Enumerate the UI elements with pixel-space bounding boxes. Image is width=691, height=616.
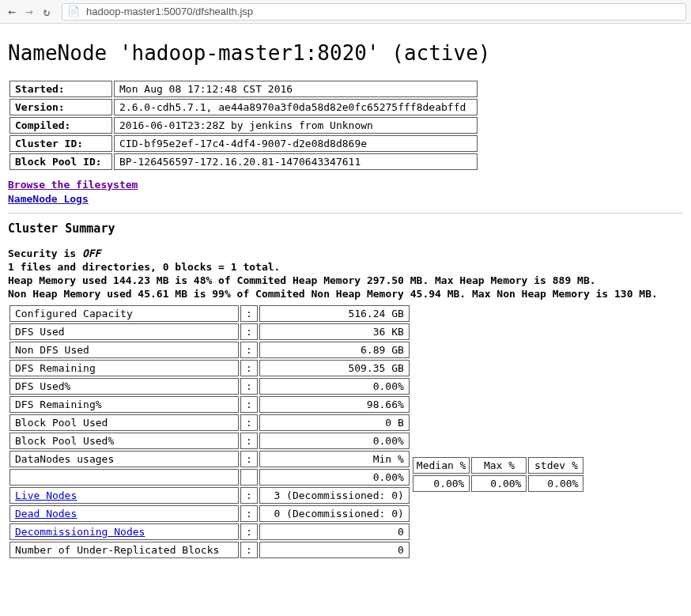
page-title: NameNode 'hadoop-master1:8020' (active) — [8, 41, 683, 65]
cell-value: Min % — [259, 451, 410, 467]
meta-key: Block Pool ID: — [9, 153, 112, 170]
cell-label: Block Pool Used% — [9, 433, 239, 449]
heap-line: Heap Memory used 144.23 MB is 48% of Com… — [8, 274, 596, 286]
usage-max: 0.00% — [471, 475, 527, 492]
cell-value: 0 B — [259, 414, 410, 431]
page-icon: 📄 — [67, 6, 80, 17]
cell-label — [9, 469, 239, 486]
meta-val: BP-126456597-172.16.20.81-1470643347611 — [114, 153, 478, 170]
row-datanodes-usages: DataNodes usages:Min % — [9, 451, 410, 467]
meta-key: Cluster ID: — [9, 135, 112, 152]
meta-val: 2016-06-01T23:28Z by jenkins from Unknow… — [114, 117, 478, 134]
meta-key: Version: — [9, 99, 112, 115]
cell-label: Block Pool Used — [9, 414, 239, 431]
cell-label: DFS Used% — [9, 378, 239, 395]
reload-icon[interactable]: ↻ — [40, 5, 54, 19]
cluster-summary-heading: Cluster Summary — [8, 221, 683, 236]
cell-value: 98.66% — [259, 396, 410, 413]
cell-colon: : — [240, 487, 258, 504]
cell-value: 36 KB — [259, 323, 410, 340]
cell-colon: : — [240, 505, 258, 522]
row-dfs-used: DFS Used:36 KB — [9, 323, 410, 340]
cell-value: 509.35 GB — [259, 360, 410, 376]
browser-toolbar: ← → ↻ 📄 — [0, 0, 691, 24]
cell-colon: : — [240, 323, 258, 340]
cell-value: 0 — [259, 542, 410, 558]
cell-colon: : — [240, 433, 258, 449]
cell-value: 0 — [259, 523, 410, 540]
cell-value: 0.00% — [259, 433, 410, 449]
divider — [8, 213, 683, 214]
row-block-pool-used-pct: Block Pool Used%:0.00% — [9, 433, 410, 449]
url-input[interactable] — [85, 5, 681, 18]
cell-value: 0.00% — [259, 378, 410, 395]
usage-stats-table: Median % Max % stdev % 0.00% 0.00% 0.00% — [411, 455, 586, 493]
meta-key: Started: — [9, 81, 112, 97]
row-usage-values: 0.00% — [9, 469, 410, 486]
cell-label: DFS Remaining — [9, 360, 239, 376]
cell-value: 3 (Decommissioned: 0) — [259, 487, 410, 504]
row-under-replicated: Number of Under-Replicated Blocks:0 — [9, 542, 410, 558]
cell-label: Live Nodes — [9, 487, 239, 504]
cell-label: DFS Used — [9, 323, 239, 340]
cell-colon: : — [240, 414, 258, 431]
meta-val: Mon Aug 08 17:12:48 CST 2016 — [114, 81, 478, 97]
cell-colon: : — [240, 542, 258, 558]
back-icon[interactable]: ← — [5, 4, 19, 19]
address-bar[interactable]: 📄 — [62, 3, 686, 21]
meta-row-compiled: Compiled: 2016-06-01T23:28Z by jenkins f… — [9, 117, 478, 134]
cell-colon: : — [240, 523, 258, 540]
cell-value: 0 (Decommissioned: 0) — [259, 505, 410, 522]
nonheap-line: Non Heap Memory used 45.61 MB is 99% of … — [8, 288, 658, 300]
meta-val: CID-bf95e2ef-17c4-4df4-9007-d2e08d8d869e — [114, 135, 478, 152]
row-configured-capacity: Configured Capacity:516.24 GB — [9, 305, 410, 322]
meta-table: Started: Mon Aug 08 17:12:48 CST 2016 Ve… — [8, 79, 479, 172]
row-non-dfs-used: Non DFS Used:6.89 GB — [9, 342, 410, 358]
forward-icon: → — [22, 4, 36, 19]
cell-colon: : — [240, 305, 258, 322]
decommissioning-nodes-link[interactable]: Decommissioning Nodes — [15, 526, 145, 538]
usage-header-row: Median % Max % stdev % — [413, 457, 584, 474]
meta-row-cluster-id: Cluster ID: CID-bf95e2ef-17c4-4df4-9007-… — [9, 135, 478, 152]
row-dfs-remaining-pct: DFS Remaining%:98.66% — [9, 396, 410, 413]
cell-label: Dead Nodes — [9, 505, 239, 522]
summary-blurb: Security is OFF 1 files and directories,… — [8, 247, 683, 300]
row-decommissioning: Decommissioning Nodes:0 — [9, 523, 410, 540]
top-links: Browse the filesystem NameNode Logs — [8, 178, 683, 206]
usage-median: 0.00% — [413, 475, 470, 492]
namenode-logs-link[interactable]: NameNode Logs — [8, 193, 89, 205]
meta-val: 2.6.0-cdh5.7.1, ae44a8970a3f0da58d82e0fc… — [114, 99, 478, 115]
security-label: Security is — [8, 248, 82, 259]
meta-row-started: Started: Mon Aug 08 17:12:48 CST 2016 — [9, 81, 478, 97]
live-nodes-link[interactable]: Live Nodes — [15, 489, 77, 501]
cell-label: Non DFS Used — [9, 342, 239, 358]
cell-value: 6.89 GB — [259, 342, 410, 358]
usage-header-median: Median % — [413, 457, 470, 474]
browse-filesystem-link[interactable]: Browse the filesystem — [8, 179, 138, 191]
cell-label: Number of Under-Replicated Blocks — [9, 542, 239, 558]
row-block-pool-used: Block Pool Used:0 B — [9, 414, 410, 431]
cell-colon: : — [240, 360, 258, 376]
meta-row-version: Version: 2.6.0-cdh5.7.1, ae44a8970a3f0da… — [9, 99, 478, 115]
row-dfs-used-pct: DFS Used%:0.00% — [9, 378, 410, 395]
usage-values-row: 0.00% 0.00% 0.00% — [413, 475, 584, 492]
cell-colon: : — [240, 396, 258, 413]
usage-stdev: 0.00% — [528, 475, 583, 492]
usage-header-max: Max % — [471, 457, 527, 474]
row-dfs-remaining: DFS Remaining:509.35 GB — [9, 360, 410, 376]
dead-nodes-link[interactable]: Dead Nodes — [15, 508, 77, 520]
cell-value: 516.24 GB — [259, 305, 410, 322]
usage-min: 0.00% — [259, 469, 410, 486]
row-live-nodes: Live Nodes:3 (Decommissioned: 0) — [9, 487, 410, 504]
meta-row-block-pool-id: Block Pool ID: BP-126456597-172.16.20.81… — [9, 153, 478, 170]
cell-colon: : — [240, 378, 258, 395]
files-line: 1 files and directories, 0 blocks = 1 to… — [8, 261, 280, 273]
usage-header-stdev: stdev % — [528, 457, 583, 474]
cell-label: DataNodes usages — [9, 451, 239, 467]
security-state: OFF — [82, 248, 100, 259]
cell-colon: : — [240, 342, 258, 358]
summary-table: Configured Capacity:516.24 GB DFS Used:3… — [8, 304, 411, 560]
cell-label: Decommissioning Nodes — [9, 523, 239, 540]
cell-label: Configured Capacity — [9, 305, 239, 322]
cell-colon — [240, 469, 258, 486]
